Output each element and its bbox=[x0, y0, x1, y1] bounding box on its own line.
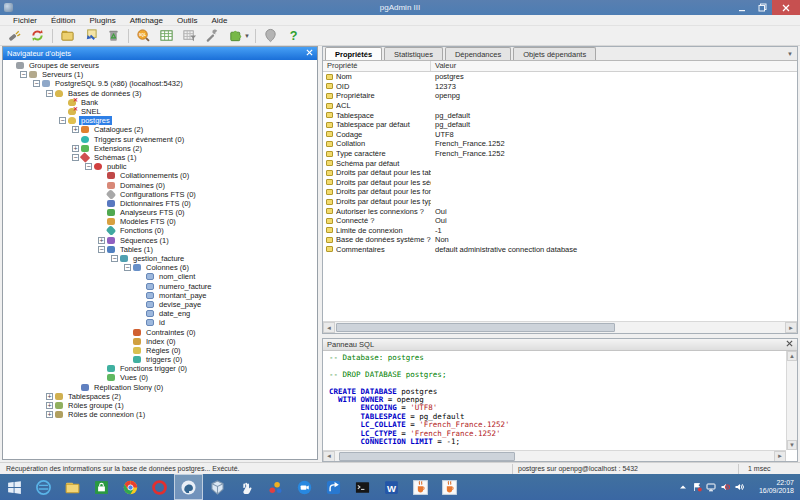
taskbar-camera-app-icon[interactable] bbox=[290, 474, 319, 500]
tree-toggle-plus-icon[interactable]: + bbox=[46, 393, 53, 400]
property-row-collation[interactable]: CollationFrench_France.1252 bbox=[323, 139, 797, 149]
tree-item-bank[interactable]: ✕Bank bbox=[3, 98, 317, 107]
tray-network-icon[interactable] bbox=[704, 474, 718, 500]
tree-item-fonctions-0[interactable]: Fonctions (0) bbox=[3, 226, 317, 235]
property-row-tablespace-par-defaut[interactable]: Tablespace par défautpg_default bbox=[323, 120, 797, 130]
tree-toggle-minus-icon[interactable]: − bbox=[98, 246, 105, 253]
scroll-right-icon[interactable]: ► bbox=[774, 451, 786, 462]
tree-item-tablespaces-2[interactable]: +Tablespaces (2) bbox=[3, 392, 317, 401]
menu-edition[interactable]: Édition bbox=[44, 16, 82, 25]
view-data-button[interactable] bbox=[155, 27, 178, 45]
property-row-schema-par-defaut[interactable]: Schéma par défaut bbox=[323, 158, 797, 168]
taskbar-media-app-icon[interactable] bbox=[261, 474, 290, 500]
tree-item-modeles-fts-0[interactable]: Modèles FTS (0) bbox=[3, 217, 317, 226]
property-row-tablespace[interactable]: Tablespacepg_default bbox=[323, 110, 797, 120]
tree-item-contraintes-0[interactable]: Contraintes (0) bbox=[3, 327, 317, 336]
property-row-connecte[interactable]: Connecté ?Oui bbox=[323, 216, 797, 226]
taskbar-file-explorer-icon[interactable] bbox=[58, 474, 87, 500]
tree-item-colonnes-6[interactable]: −Colonnes (6) bbox=[3, 263, 317, 272]
tree-item-index-0[interactable]: Index (0) bbox=[3, 337, 317, 346]
tab-proprietes[interactable]: Propriétés bbox=[325, 47, 382, 60]
properties-button[interactable] bbox=[56, 27, 79, 45]
tree-item-groupes-de-serveurs[interactable]: Groupes de serveurs bbox=[3, 61, 317, 70]
taskbar-java-app-2-icon[interactable] bbox=[435, 474, 464, 500]
sql-vscrollbar[interactable]: ▲ ▼ bbox=[786, 351, 797, 450]
minimize-button[interactable] bbox=[732, 0, 752, 15]
scroll-up-icon[interactable]: ▲ bbox=[787, 351, 797, 361]
taskbar-word-icon[interactable]: W bbox=[377, 474, 406, 500]
property-row-autoriser-les-connexions[interactable]: Autoriser les connexions ?Oui bbox=[323, 206, 797, 216]
tree-toggle-minus-icon[interactable]: − bbox=[33, 80, 40, 87]
property-row-limite-de-connexion[interactable]: Limite de connexion-1 bbox=[323, 226, 797, 236]
column-header-property[interactable]: Propriété bbox=[323, 61, 431, 71]
taskbar-chrome-icon[interactable] bbox=[116, 474, 145, 500]
tree-item-snel[interactable]: ✕SNEL bbox=[3, 107, 317, 116]
taskbar-clock[interactable]: 22:07 16/09/2018 bbox=[750, 479, 794, 495]
property-row-droits-par-defaut-pour-les-types[interactable]: Droits par défaut pour les types bbox=[323, 197, 797, 207]
tree-toggle-minus-icon[interactable]: − bbox=[59, 117, 66, 124]
tree-item-gestion-facture[interactable]: −gestion_facture bbox=[3, 254, 317, 263]
connect-button[interactable] bbox=[3, 27, 26, 45]
tree-item-triggers-sur-evenement-0[interactable]: Triggers sur événement (0) bbox=[3, 135, 317, 144]
scroll-right-icon[interactable]: ► bbox=[785, 322, 797, 333]
tree-toggle-plus-icon[interactable]: + bbox=[46, 402, 53, 409]
tree-item-devise-paye[interactable]: devise_paye bbox=[3, 300, 317, 309]
taskbar-pgadmin-icon[interactable] bbox=[174, 474, 203, 500]
tray-tray-expand-icon[interactable] bbox=[676, 474, 690, 500]
tree-item-vues-0[interactable]: Vues (0) bbox=[3, 373, 317, 382]
tree-toggle-minus-icon[interactable]: − bbox=[85, 163, 92, 170]
create-button[interactable] bbox=[79, 27, 102, 45]
property-row-codage[interactable]: CodageUTF8 bbox=[323, 130, 797, 140]
scroll-left-icon[interactable]: ◄ bbox=[323, 322, 335, 333]
tree-item-date-eng[interactable]: date_eng bbox=[3, 309, 317, 318]
property-row-nom[interactable]: Nompostgres bbox=[323, 72, 797, 82]
tree-item-postgres[interactable]: −postgres bbox=[3, 116, 317, 125]
tree-toggle-minus-icon[interactable]: − bbox=[124, 264, 131, 271]
tab-overflow-icon[interactable]: ▼ bbox=[787, 51, 793, 57]
taskbar-hand-tool-icon[interactable] bbox=[232, 474, 261, 500]
sql-hscrollbar[interactable]: ◄ ► bbox=[323, 450, 786, 461]
tree-item-numero-facture[interactable]: numero_facture bbox=[3, 282, 317, 291]
property-row-droits-par-defaut-pour-les-fonctions[interactable]: Droits par défaut pour les fonctions bbox=[323, 187, 797, 197]
tree-toggle-plus-icon[interactable]: + bbox=[98, 237, 105, 244]
taskbar-start-button[interactable] bbox=[0, 474, 29, 500]
tab-objets-dependants[interactable]: Objets dépendants bbox=[513, 47, 596, 60]
tree-toggle-plus-icon[interactable]: + bbox=[46, 411, 53, 418]
tree-item-roles-groupe-1[interactable]: +Rôles groupe (1) bbox=[3, 401, 317, 410]
property-row-droits-par-defaut-pour-les-seque[interactable]: Droits par défaut pour les séque... bbox=[323, 178, 797, 188]
tree-item-analyseurs-fts-0[interactable]: Analyseurs FTS (0) bbox=[3, 208, 317, 217]
column-header-value[interactable]: Valeur bbox=[431, 61, 797, 71]
refresh-button[interactable] bbox=[26, 27, 49, 45]
restore-button[interactable] bbox=[752, 0, 772, 15]
tree-item-domaines-0[interactable]: Domaines (0) bbox=[3, 180, 317, 189]
tree-item-id[interactable]: id bbox=[3, 318, 317, 327]
close-button[interactable] bbox=[772, 0, 800, 15]
tree-item-triggers-0[interactable]: triggers (0) bbox=[3, 355, 317, 364]
tree-item-collationnements-0[interactable]: Collationnements (0) bbox=[3, 171, 317, 180]
tray-volume-icon[interactable] bbox=[732, 474, 746, 500]
close-sql-panel-icon[interactable] bbox=[786, 340, 793, 349]
hint-button[interactable] bbox=[259, 27, 282, 45]
tree-toggle-plus-icon[interactable]: + bbox=[72, 145, 79, 152]
tray-volume-muted-icon[interactable] bbox=[718, 474, 732, 500]
scroll-down-icon[interactable]: ▼ bbox=[787, 440, 797, 450]
menu-aide[interactable]: Aide bbox=[204, 16, 234, 25]
tree-item-schemas-1[interactable]: −Schémas (1) bbox=[3, 153, 317, 162]
tree-toggle-minus-icon[interactable]: − bbox=[20, 71, 27, 78]
taskbar-java-app-icon[interactable] bbox=[406, 474, 435, 500]
tab-statistiques[interactable]: Statistiques bbox=[384, 47, 443, 60]
properties-hscrollbar[interactable]: ◄ ► bbox=[323, 321, 797, 333]
tree-toggle-minus-icon[interactable]: − bbox=[111, 255, 118, 262]
property-row-base-de-donnees-systeme[interactable]: Base de données système ?Non bbox=[323, 235, 797, 245]
tree-toggle-minus-icon[interactable]: − bbox=[46, 90, 53, 97]
filtered-view-button[interactable] bbox=[178, 27, 201, 45]
property-row-commentaires[interactable]: Commentairesdefault administrative conne… bbox=[323, 245, 797, 255]
close-panel-icon[interactable] bbox=[306, 49, 313, 58]
tree-item-roles-de-connexion-1[interactable]: +Rôles de connexion (1) bbox=[3, 410, 317, 419]
tree-toggle-plus-icon[interactable]: + bbox=[72, 126, 79, 133]
taskbar-virtualbox-icon[interactable] bbox=[203, 474, 232, 500]
tree-item-sequences-1[interactable]: +Séquences (1) bbox=[3, 236, 317, 245]
tree-item-fonctions-trigger-0[interactable]: Fonctions trigger (0) bbox=[3, 364, 317, 373]
tree-item-postgresql-9-5-x86-localhost-5432[interactable]: −PostgreSQL 9.5 (x86) (localhost:5432) bbox=[3, 79, 317, 88]
tab-dependances[interactable]: Dépendances bbox=[445, 47, 511, 60]
